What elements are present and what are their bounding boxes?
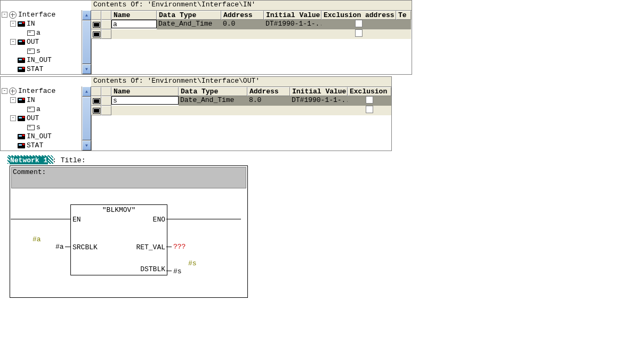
tree-scrollbar[interactable]: ▲ ▼	[82, 10, 91, 74]
label-s: #s	[173, 267, 182, 275]
tree-label: Interface	[18, 87, 55, 95]
scroll-down-icon[interactable]: ▼	[82, 140, 91, 151]
name-input[interactable]	[111, 20, 157, 28]
tree-label: a	[36, 29, 41, 37]
row-marker[interactable]	[91, 29, 101, 39]
checkbox-icon[interactable]	[355, 29, 363, 37]
col-name[interactable]: Name	[111, 11, 157, 20]
checkbox-icon[interactable]	[366, 96, 373, 104]
collapse-icon[interactable]: -	[10, 39, 16, 45]
tree-scrollbar[interactable]: ▲ ▼	[82, 86, 91, 151]
port-en: EN	[73, 216, 81, 224]
tree-var-s[interactable]: s	[1, 123, 91, 132]
col-init[interactable]: Initial Value	[264, 11, 321, 20]
interface-icon	[9, 11, 17, 19]
port-retval: RET_VAL	[136, 243, 165, 251]
grid-row-empty[interactable]	[91, 106, 391, 115]
blkmov-block[interactable]: "BLKMOV" EN ENO SRCBLK RET_VAL DSTBLK	[70, 204, 167, 275]
tree-var-a[interactable]: a	[1, 105, 91, 114]
tree-root[interactable]: - Interface	[1, 86, 91, 96]
label-a: #a	[55, 243, 64, 251]
folder-icon	[18, 143, 25, 148]
cell-addr: 8.0	[247, 96, 290, 106]
tree-in-folder[interactable]: - IN	[1, 96, 91, 105]
scroll-up-icon[interactable]: ▲	[82, 10, 91, 20]
tree-out-folder[interactable]: - OUT	[1, 114, 91, 123]
scroll-thumb[interactable]	[82, 97, 91, 140]
col-type[interactable]: Data Type	[179, 87, 247, 96]
folder-icon	[18, 98, 25, 103]
wire-en	[11, 219, 70, 219]
var-icon	[93, 31, 100, 37]
tree-inout[interactable]: IN_OUT	[1, 56, 91, 65]
scroll-up-icon[interactable]: ▲	[82, 86, 91, 97]
tree-label: IN_OUT	[27, 132, 52, 140]
collapse-icon[interactable]: -	[2, 12, 7, 18]
tree-inout[interactable]: IN_OUT	[1, 132, 91, 141]
collapse-icon[interactable]: -	[10, 21, 16, 27]
tree-out: - Interface - IN a - OUT s IN_OUT STA	[1, 86, 92, 151]
grid-row-empty[interactable]	[91, 29, 412, 39]
tree-root[interactable]: - Interface	[1, 10, 91, 19]
var-icon	[93, 98, 100, 104]
row-marker[interactable]	[91, 106, 101, 115]
tree-in-folder[interactable]: - IN	[1, 19, 91, 28]
pane-out: - Interface - IN a - OUT s IN_OUT STA	[0, 76, 392, 151]
tree-label: Interface	[18, 11, 55, 19]
label-a-hash: #a	[33, 235, 41, 243]
comment-box[interactable]: Comment:	[11, 167, 246, 188]
scroll-thumb[interactable]	[82, 20, 91, 64]
folder-icon	[18, 134, 25, 139]
row-marker[interactable]	[91, 20, 101, 29]
col-excl[interactable]: Exclusion address	[321, 11, 396, 20]
block-name: "BLKMOV"	[71, 206, 167, 214]
param-icon	[27, 125, 35, 130]
col-name[interactable]: Name	[111, 87, 179, 96]
checkbox-icon[interactable]	[366, 106, 373, 113]
col-addr[interactable]: Address	[221, 11, 264, 20]
col-init[interactable]: Initial Value	[290, 87, 348, 96]
tree-label: s	[36, 47, 41, 55]
cell-type[interactable]: Date_And_Time	[179, 96, 247, 106]
scroll-down-icon[interactable]: ▼	[82, 64, 91, 74]
col-addr[interactable]: Address	[247, 87, 290, 96]
tree-out-folder[interactable]: - OUT	[1, 37, 91, 46]
collapse-icon[interactable]: -	[2, 88, 7, 94]
label-retval-unknown: ???	[173, 243, 186, 251]
collapse-icon[interactable]: -	[10, 115, 16, 121]
tree-stat[interactable]: STAT	[1, 141, 91, 150]
network-label[interactable]: Network 1	[10, 156, 48, 164]
tree-var-a[interactable]: a	[1, 28, 91, 37]
param-icon	[27, 49, 35, 54]
col-te[interactable]: Te	[396, 11, 411, 20]
col-type[interactable]: Data Type	[157, 11, 221, 20]
tree-stat[interactable]: STAT	[1, 65, 91, 74]
port-eno: ENO	[153, 216, 165, 224]
cell-addr: 0.0	[221, 20, 264, 29]
collapse-icon[interactable]: -	[10, 97, 16, 103]
tree-label: s	[36, 123, 41, 131]
header-icon	[101, 11, 111, 20]
cell-type[interactable]: Date_And_Time	[157, 20, 221, 29]
cell-init[interactable]: DT#1990-1-1-...	[264, 20, 321, 29]
tree-label: STAT	[27, 141, 43, 149]
cell-init[interactable]: DT#1990-1-1-...	[290, 96, 348, 106]
checkbox-icon[interactable]	[355, 20, 363, 27]
row-marker[interactable]	[91, 96, 101, 106]
port-dstblk: DSTBLK	[140, 265, 165, 273]
cell-excl[interactable]	[321, 20, 396, 29]
folder-icon	[18, 21, 25, 27]
col-excl[interactable]: Exclusion	[348, 87, 391, 96]
var-icon	[93, 22, 100, 28]
grid-row[interactable]: Date_And_Time 0.0 DT#1990-1-1-...	[91, 20, 412, 29]
tree-label: IN	[27, 20, 35, 28]
grid-row[interactable]: Date_And_Time 8.0 DT#1990-1-1-...	[91, 96, 391, 106]
tree-var-s[interactable]: s	[1, 46, 91, 56]
grid-header: Name Data Type Address Initial Value Exc…	[91, 87, 391, 96]
tree-in: - Interface - IN a - OUT s IN_OUT STA	[1, 10, 92, 74]
network-title-lead: : Title:	[52, 156, 85, 164]
tree-label: OUT	[27, 114, 39, 122]
folder-icon	[18, 39, 25, 45]
tree-label: STAT	[27, 65, 43, 73]
name-input[interactable]	[111, 96, 179, 105]
